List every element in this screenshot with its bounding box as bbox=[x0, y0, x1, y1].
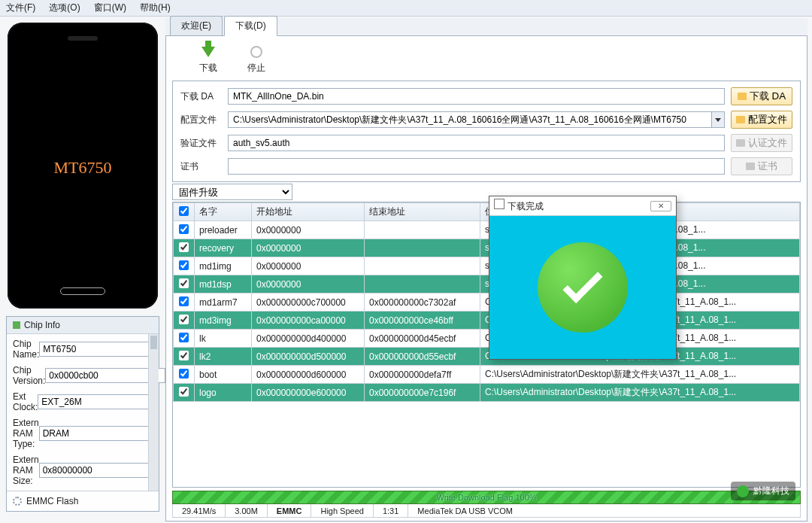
ext-clock-input[interactable] bbox=[38, 394, 158, 409]
auth-browse-button[interactable]: 认证文件 bbox=[731, 134, 792, 152]
table-row[interactable]: md1img 0x0000000 s\Administrator\Desktop… bbox=[174, 257, 800, 275]
row-checkbox[interactable] bbox=[179, 369, 189, 379]
row-start: 0x000000000d400000 bbox=[252, 330, 365, 348]
gear-icon bbox=[13, 497, 22, 506]
row-start: 0x0000000 bbox=[252, 221, 365, 239]
table-row[interactable]: logo 0x000000000e600000 0x000000000e7c19… bbox=[174, 384, 800, 402]
ram-type-label: Extern RAM Type: bbox=[13, 418, 39, 449]
cfg-dropdown-button[interactable] bbox=[711, 111, 725, 128]
row-end: 0x000000000d45ecbf bbox=[365, 330, 480, 348]
row-end bbox=[365, 221, 480, 239]
chip-info-panel: Chip Info Chip Name: Chip Version: Ext C… bbox=[6, 316, 159, 512]
table-row[interactable]: recovery 0x0000000 s\Administrator\Deskt… bbox=[174, 239, 800, 257]
folder-icon bbox=[736, 139, 745, 147]
home-button-graphic bbox=[60, 287, 105, 295]
row-name: md3img bbox=[195, 312, 252, 330]
table-row[interactable]: preloader 0x0000000 s\Administrator\Desk… bbox=[174, 221, 800, 239]
tabs-bar: 欢迎(E) 下载(D) bbox=[165, 18, 807, 36]
row-end: 0x000000000d55ecbf bbox=[365, 348, 480, 366]
row-start: 0x000000000e600000 bbox=[252, 384, 365, 402]
row-checkbox[interactable] bbox=[179, 242, 189, 252]
chevron-down-icon bbox=[715, 118, 721, 122]
table-row[interactable]: md1dsp 0x0000000 s\Administrator\Desktop… bbox=[174, 275, 800, 293]
row-checkbox[interactable] bbox=[179, 333, 189, 342]
cert-input[interactable] bbox=[228, 158, 725, 175]
folder-icon bbox=[738, 93, 747, 100]
tab-welcome[interactable]: 欢迎(E) bbox=[170, 16, 223, 35]
phone-chip-label: MT6750 bbox=[54, 158, 112, 178]
row-start: 0x0000000 bbox=[252, 257, 365, 275]
status-elapsed: 1:31 bbox=[374, 504, 408, 517]
status-storage: EMMC bbox=[268, 504, 312, 517]
cert-browse-button[interactable]: 证书 bbox=[731, 157, 792, 175]
table-row[interactable]: lk2 0x000000000d500000 0x000000000d55ecb… bbox=[174, 348, 800, 366]
chip-info-scrollbar[interactable] bbox=[148, 334, 159, 491]
menu-help[interactable]: 帮助(H) bbox=[140, 2, 171, 14]
row-start: 0x000000000c700000 bbox=[252, 293, 365, 312]
row-name: lk bbox=[195, 330, 252, 348]
download-button[interactable]: 下载 bbox=[199, 44, 217, 74]
menu-file[interactable]: 文件(F) bbox=[6, 2, 35, 14]
status-speed: 29.41M/s bbox=[173, 504, 226, 517]
close-icon: ✕ bbox=[658, 202, 664, 210]
download-button-label: 下载 bbox=[199, 62, 217, 74]
row-loc: C:\Users\Administrator\Desktop\新建文件夹\A37… bbox=[480, 384, 800, 402]
row-end: 0x000000000ce46bff bbox=[365, 312, 480, 330]
da-input[interactable] bbox=[228, 88, 725, 105]
tab-download[interactable]: 下载(D) bbox=[224, 16, 277, 36]
ram-size-input[interactable] bbox=[39, 463, 159, 478]
row-end: 0x000000000c7302af bbox=[365, 293, 480, 312]
stop-button[interactable]: 停止 bbox=[247, 44, 265, 74]
row-name: recovery bbox=[195, 239, 252, 257]
row-name: md1arm7 bbox=[195, 293, 252, 312]
th-end[interactable]: 结束地址 bbox=[365, 203, 480, 221]
table-row[interactable]: lk 0x000000000d400000 0x000000000d45ecbf… bbox=[174, 330, 800, 348]
chip-name-label: Chip Name: bbox=[13, 339, 39, 360]
ram-type-input[interactable] bbox=[39, 426, 159, 441]
table-row[interactable]: boot 0x000000000d600000 0x000000000defa7… bbox=[174, 366, 800, 384]
th-name[interactable]: 名字 bbox=[195, 203, 252, 221]
row-name: md1img bbox=[195, 257, 252, 275]
row-start: 0x000000000d500000 bbox=[252, 348, 365, 366]
da-browse-button[interactable]: 下载 DA bbox=[731, 87, 792, 105]
menu-options[interactable]: 选项(O) bbox=[49, 2, 80, 14]
cfg-browse-button[interactable]: 配置文件 bbox=[731, 111, 792, 129]
ext-clock-label: Ext Clock: bbox=[13, 391, 38, 412]
firmware-mode-select[interactable]: 固件升级 bbox=[172, 184, 292, 200]
row-checkbox[interactable] bbox=[179, 351, 189, 360]
menu-window[interactable]: 窗口(W) bbox=[94, 2, 126, 14]
emmc-flash-label: EMMC Flash bbox=[26, 496, 78, 506]
modal-title-text: 下载完成 bbox=[508, 201, 544, 211]
chip-name-input[interactable] bbox=[39, 342, 159, 357]
modal-close-button[interactable]: ✕ bbox=[650, 201, 671, 211]
row-name: preloader bbox=[195, 221, 252, 239]
row-checkbox[interactable] bbox=[179, 260, 189, 270]
partition-table: 名字 开始地址 结束地址 位置 preloader 0x0000000 s\Ad… bbox=[172, 202, 801, 488]
table-row[interactable]: md1arm7 0x000000000c700000 0x000000000c7… bbox=[174, 293, 800, 312]
cfg-input[interactable] bbox=[228, 111, 711, 128]
row-end: 0x000000000e7c196f bbox=[365, 384, 480, 402]
row-start: 0x0000000 bbox=[252, 239, 365, 257]
row-checkbox[interactable] bbox=[179, 296, 189, 306]
row-start: 0x0000000 bbox=[252, 275, 365, 293]
row-start: 0x000000000d600000 bbox=[252, 366, 365, 384]
ram-size-label: Extern RAM Size: bbox=[13, 455, 39, 486]
cert-label: 证书 bbox=[180, 160, 222, 173]
arrow-down-icon bbox=[201, 47, 215, 57]
row-checkbox[interactable] bbox=[179, 224, 189, 234]
row-checkbox[interactable] bbox=[179, 387, 189, 397]
th-start[interactable]: 开始地址 bbox=[252, 203, 365, 221]
table-row[interactable]: md3img 0x000000000ca00000 0x000000000ce4… bbox=[174, 312, 800, 330]
row-loc: C:\Users\Administrator\Desktop\新建文件夹\A37… bbox=[480, 366, 800, 384]
folder-icon bbox=[746, 163, 755, 170]
status-size: 3.00M bbox=[226, 504, 268, 517]
auth-input[interactable] bbox=[228, 135, 725, 151]
row-checkbox[interactable] bbox=[179, 315, 189, 324]
chip-version-label: Chip Version: bbox=[13, 365, 45, 386]
folder-icon bbox=[736, 116, 745, 123]
row-checkbox[interactable] bbox=[179, 278, 189, 288]
download-complete-modal: 下载完成 ✕ bbox=[489, 196, 677, 360]
header-checkbox[interactable] bbox=[179, 206, 189, 216]
status-panel: Write Download Flag 100% 29.41M/s 3.00M … bbox=[172, 491, 801, 518]
progress-label: Write Download Flag 100% bbox=[173, 491, 800, 503]
